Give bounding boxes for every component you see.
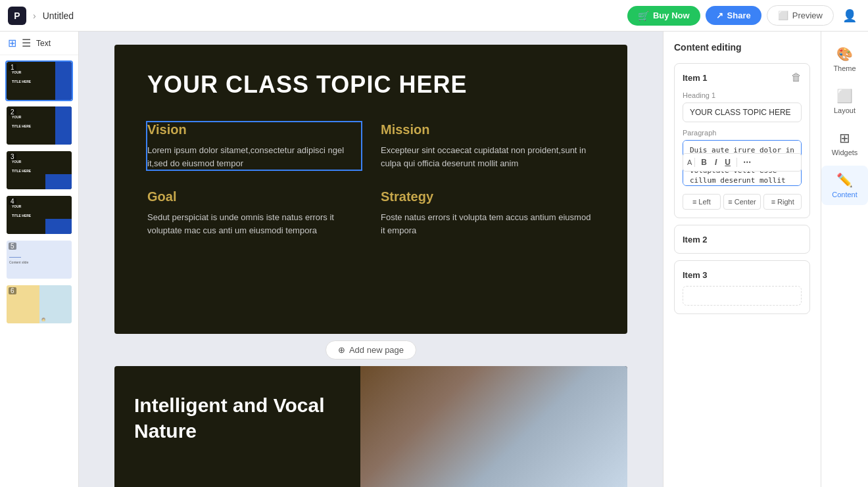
left-sidebar: ⊞ ☰ Text 1 YOUR TITLE HERE 2	[0, 32, 79, 487]
content-sidebar-item[interactable]: ✏️ Content	[821, 166, 868, 205]
slide-thumbnail-6[interactable]: 6 🧑	[5, 284, 73, 325]
font-a-icon: A	[687, 158, 692, 166]
panel-title: Content editing	[674, 42, 810, 53]
main-area: ⊞ ☰ Text 1 YOUR TITLE HERE 2	[0, 32, 868, 487]
goal-title: Goal	[147, 189, 361, 204]
slide-thumbnail-3[interactable]: 3 YOUR TITLE HERE	[5, 150, 73, 191]
layout-sidebar-item[interactable]: ⬜ Layout	[821, 81, 868, 121]
item-3-label: Item 3	[683, 270, 708, 280]
italic-button[interactable]: I	[711, 156, 720, 168]
breadcrumb-chevron: ›	[33, 11, 36, 21]
item-2-block[interactable]: Item 2	[674, 225, 810, 254]
slide-list: 1 YOUR TITLE HERE 2 YOUR TITLE HERE	[0, 55, 78, 487]
item-1-label: Item 1	[683, 73, 708, 83]
item-3-input[interactable]	[683, 286, 802, 306]
slide-thumbnail-2[interactable]: 2 YOUR TITLE HERE	[5, 105, 73, 146]
preview-icon: ⬜	[778, 11, 788, 20]
strategy-text: Foste natus errors it volupta tem accus …	[381, 211, 594, 237]
slide2-title: Intelligent and Vocal Nature	[134, 392, 341, 444]
slide-thumbnail-1[interactable]: 1 YOUR TITLE HERE	[5, 60, 73, 101]
widgets-sidebar-item[interactable]: ⊞ Widgets	[821, 124, 868, 163]
slide-grid: Vision Lorem ipsum dolor sitamet,consect…	[147, 122, 594, 237]
layout-icon: ⬜	[836, 88, 853, 104]
item-1-block: Item 1 🗑 Heading 1 Paragraph A B I U ⋯	[674, 63, 810, 218]
goal-item[interactable]: Goal Sedut perspiciat is unde omnis iste…	[147, 189, 361, 237]
heading-1-label: Heading 1	[683, 91, 802, 99]
strategy-title: Strategy	[381, 189, 594, 204]
profile-button[interactable]: 👤	[839, 5, 860, 26]
plus-icon: ⊕	[338, 345, 345, 355]
vision-item[interactable]: Vision Lorem ipsum dolor sitamet,consect…	[147, 122, 361, 170]
buy-now-button[interactable]: 🛒 Buy Now	[627, 6, 700, 26]
list-view-button[interactable]: ☰	[22, 37, 31, 49]
icon-sidebar: 🎨 Theme ⬜ Layout ⊞ Widgets ✏️ Content	[821, 32, 868, 487]
more-formatting-button[interactable]: ⋯	[740, 156, 754, 168]
tool-label: Text	[36, 39, 51, 48]
content-editing-sidebar: Content editing Item 1 🗑 Heading 1 Parag…	[663, 32, 821, 487]
item-1-delete-button[interactable]: 🗑	[791, 72, 802, 83]
align-left-button[interactable]: ≡ Left	[683, 194, 721, 210]
item-3-block[interactable]: Item 3	[674, 260, 810, 314]
user-icon: 👤	[842, 9, 857, 23]
text-formatting-toolbar: A B I U ⋯	[683, 153, 802, 172]
underline-button[interactable]: U	[721, 156, 734, 168]
align-right-icon: ≡	[771, 198, 775, 206]
align-center-icon: ≡	[728, 198, 732, 206]
vision-text: Lorem ipsum dolor sitamet,consectetur ad…	[147, 144, 361, 170]
widgets-icon: ⊞	[839, 130, 850, 146]
align-center-button[interactable]: ≡ Center	[723, 194, 761, 210]
vision-title: Vision	[147, 122, 361, 137]
slide-thumbnail-5[interactable]: 5 ――― Content slide	[5, 239, 73, 280]
slide-thumbnail-4[interactable]: 4 YOUR TITLE HERE	[5, 195, 73, 235]
strategy-item[interactable]: Strategy Foste natus errors it volupta t…	[381, 189, 594, 237]
preview-button[interactable]: ⬜ Preview	[767, 5, 834, 26]
add-new-page-button[interactable]: ⊕ Add new page	[326, 340, 416, 359]
align-right-button[interactable]: ≡ Right	[763, 194, 802, 210]
grid-view-button[interactable]: ⊞	[8, 37, 16, 49]
heading-1-input[interactable]	[683, 103, 802, 122]
canvas-area: YOUR CLASS TOPIC HERE Vision Lorem ipsum…	[79, 32, 663, 487]
bold-button[interactable]: B	[698, 156, 710, 168]
topbar: P › Untitled 🛒 Buy Now ↗ Share ⬜ Preview…	[0, 0, 868, 32]
app-logo: P	[8, 7, 26, 25]
content-icon: ✏️	[836, 172, 853, 188]
theme-sidebar-item[interactable]: 🎨 Theme	[821, 39, 868, 79]
mission-title: Mission	[381, 122, 594, 137]
goal-text: Sedut perspiciat is unde omnis iste natu…	[147, 211, 361, 237]
sidebar-tools: ⊞ ☰ Text	[0, 32, 78, 55]
share-button[interactable]: ↗ Share	[706, 6, 761, 25]
slide-1: YOUR CLASS TOPIC HERE Vision Lorem ipsum…	[114, 45, 627, 334]
mission-text: Excepteur sint occaecat cupidatat non pr…	[381, 144, 594, 170]
cart-icon: 🛒	[638, 11, 649, 21]
add-page-bar: ⊕ Add new page	[326, 334, 416, 366]
mission-item[interactable]: Mission Excepteur sint occaecat cupidata…	[381, 122, 594, 170]
alignment-buttons: ≡ Left ≡ Center ≡ Right	[683, 194, 802, 210]
paragraph-label: Paragraph	[683, 129, 802, 137]
share-icon: ↗	[716, 11, 723, 20]
document-title: Untitled	[43, 11, 74, 21]
slide-2: Intelligent and Vocal Nature	[114, 366, 627, 487]
slide-main-title: YOUR CLASS TOPIC HERE	[147, 71, 594, 99]
slide2-image	[360, 366, 627, 487]
theme-icon: 🎨	[836, 46, 853, 62]
item-2-label: Item 2	[683, 235, 708, 244]
align-left-icon: ≡	[692, 198, 696, 206]
